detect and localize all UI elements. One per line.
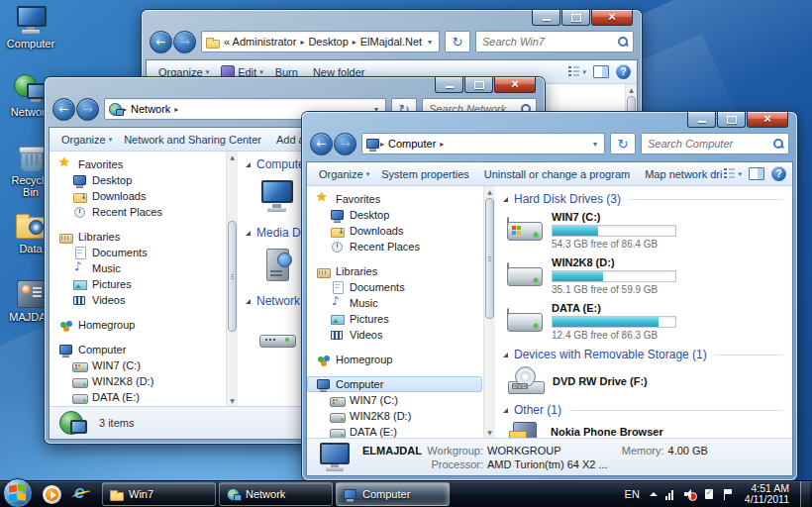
minimize-button[interactable] bbox=[687, 112, 716, 128]
nav-item[interactable]: Pictures bbox=[50, 276, 225, 292]
nav-item[interactable]: Libraries bbox=[307, 263, 482, 279]
preview-pane-button[interactable] bbox=[749, 167, 764, 180]
nav-item[interactable]: Homegroup bbox=[50, 317, 225, 333]
forward-button[interactable]: → bbox=[76, 98, 99, 121]
nav-item[interactable]: Libraries bbox=[50, 229, 225, 245]
close-button[interactable] bbox=[494, 77, 536, 93]
toolbar-item[interactable]: System properties bbox=[375, 164, 478, 183]
help-button[interactable] bbox=[616, 64, 631, 79]
nav-item[interactable]: WIN7 (C:) bbox=[50, 357, 225, 373]
toolbar-item[interactable]: Organize▾ bbox=[313, 164, 375, 183]
title-bar[interactable] bbox=[302, 112, 797, 132]
change-view-button[interactable]: ▾ bbox=[568, 66, 586, 77]
nav-item[interactable]: Homegroup bbox=[307, 352, 482, 367]
nav-item[interactable]: Favorites bbox=[50, 156, 225, 172]
group-header-hard-disk-drives[interactable]: Hard Disk Drives (3) bbox=[503, 192, 782, 206]
minimize-button[interactable] bbox=[532, 10, 560, 26]
breadcrumb-segment[interactable]: Desktop▸ bbox=[304, 36, 355, 48]
drive-item[interactable]: DATA (E:) 12.4 GB free of 86.3 GB bbox=[507, 302, 782, 341]
breadcrumb-segment[interactable]: « Administrator▸ bbox=[220, 36, 304, 48]
drive-item[interactable]: WIN7 (C:) 54.3 GB free of 86.4 GB bbox=[507, 211, 782, 250]
capacity-bar bbox=[552, 316, 676, 328]
maximize-button[interactable] bbox=[561, 10, 590, 26]
nav-item[interactable]: Desktop bbox=[50, 172, 225, 188]
volume-muted-icon[interactable] bbox=[684, 488, 696, 500]
network-signal-icon[interactable] bbox=[665, 488, 677, 500]
toolbar-item[interactable]: Uninstall or change a program bbox=[478, 164, 639, 183]
preview-pane-button[interactable] bbox=[593, 65, 609, 78]
breadcrumb-segment[interactable]: Computer bbox=[384, 138, 440, 150]
maximize-button[interactable] bbox=[464, 77, 493, 93]
refresh-button[interactable] bbox=[445, 31, 470, 52]
nav-item[interactable]: Recent Places bbox=[50, 204, 225, 220]
breadcrumb-dropdown-icon[interactable]: ▾ bbox=[589, 140, 601, 149]
nav-item[interactable]: Videos bbox=[307, 327, 482, 343]
nav-item[interactable]: Desktop bbox=[307, 207, 482, 223]
title-bar[interactable] bbox=[142, 10, 642, 30]
back-button[interactable]: ← bbox=[310, 133, 333, 155]
breadcrumb-dropdown-icon[interactable]: ▾ bbox=[424, 38, 436, 47]
nav-item[interactable]: Pictures bbox=[307, 311, 482, 327]
drive-item[interactable]: WIN2K8 (D:) 35.1 GB free of 59.9 GB bbox=[507, 256, 782, 295]
nav-item[interactable]: DATA (E:) bbox=[50, 389, 225, 405]
taskbar-window-button[interactable]: Network bbox=[219, 482, 333, 506]
toolbar-item[interactable]: Organize▾ bbox=[55, 130, 118, 149]
search-icon[interactable] bbox=[772, 138, 784, 150]
hidden-icons-chevron[interactable] bbox=[647, 488, 659, 500]
nav-item-label: Music bbox=[350, 297, 378, 309]
nav-item[interactable]: WIN2K8 (D:) bbox=[307, 408, 482, 424]
forward-button[interactable]: → bbox=[173, 31, 196, 53]
title-bar[interactable] bbox=[45, 77, 545, 97]
breadcrumb-segment[interactable]: Network bbox=[127, 103, 174, 115]
taskbar-window-button[interactable]: Win7 bbox=[102, 482, 216, 506]
breadcrumb[interactable]: « Administrator▸ Desktop▸ ElMajdal.Net▸ … bbox=[201, 31, 440, 52]
forward-button[interactable]: → bbox=[334, 133, 356, 155]
nav-item[interactable]: DATA (E:) bbox=[307, 424, 482, 438]
nav-item[interactable]: WIN7 (C:) bbox=[307, 392, 482, 408]
toolbar-item[interactable]: Network and Sharing Center bbox=[118, 130, 270, 149]
help-button[interactable] bbox=[771, 166, 786, 181]
action-center-icon[interactable] bbox=[722, 488, 734, 500]
toolbar-item[interactable]: Map network drive bbox=[639, 164, 722, 183]
maximize-button[interactable] bbox=[717, 112, 746, 128]
nav-item[interactable]: WIN2K8 (D:) bbox=[50, 373, 225, 389]
language-indicator[interactable]: EN bbox=[625, 488, 640, 500]
search-input[interactable] bbox=[646, 137, 772, 151]
nav-item[interactable]: Music bbox=[50, 260, 225, 276]
dvd-drive-item[interactable]: DVD RW Drive (F:) bbox=[507, 365, 782, 397]
search-icon[interactable] bbox=[617, 36, 629, 48]
task-button-icon bbox=[226, 487, 241, 502]
taskbar-window-button[interactable]: Computer bbox=[336, 482, 450, 506]
scrollbar[interactable]: ▲ ▼ bbox=[483, 186, 495, 438]
nav-item[interactable]: Music bbox=[307, 295, 482, 311]
nav-item[interactable]: Videos bbox=[50, 292, 225, 308]
nav-item[interactable]: Computer bbox=[50, 342, 225, 357]
breadcrumb[interactable]: ▸ Computer ▸ ▾ bbox=[361, 133, 605, 154]
desktop-icon[interactable]: Computer bbox=[2, 6, 59, 50]
back-button[interactable]: ← bbox=[52, 98, 75, 121]
show-desktop-button[interactable] bbox=[800, 481, 810, 507]
tray-date: 4/11/2011 bbox=[745, 494, 789, 505]
nav-item[interactable]: Favorites bbox=[307, 191, 482, 207]
search-input[interactable] bbox=[480, 35, 617, 49]
close-button[interactable] bbox=[591, 10, 633, 26]
change-view-button[interactable]: ▾ bbox=[724, 168, 742, 179]
breadcrumb-segment[interactable]: ElMajdal.Net▸ bbox=[356, 36, 424, 48]
nav-item[interactable]: Computer bbox=[307, 376, 482, 392]
nav-item[interactable]: Recent Places bbox=[307, 239, 482, 254]
close-button[interactable] bbox=[747, 112, 788, 128]
scrollbar[interactable]: ▲ ▼ bbox=[226, 152, 238, 406]
media-player-launcher[interactable] bbox=[37, 482, 66, 506]
refresh-button[interactable] bbox=[610, 133, 636, 154]
nokia-phone-browser-item[interactable]: Nokia Phone Browser System Folder bbox=[507, 421, 782, 438]
nav-item[interactable]: Downloads bbox=[307, 223, 482, 239]
group-header-other[interactable]: Other (1) bbox=[503, 403, 782, 417]
minimize-button[interactable] bbox=[435, 77, 463, 93]
clock[interactable]: 4:51 AM 4/11/2011 bbox=[745, 483, 789, 505]
start-button[interactable] bbox=[3, 478, 33, 507]
back-button[interactable]: ← bbox=[150, 31, 172, 53]
group-header-removable-storage[interactable]: Devices with Removable Storage (1) bbox=[503, 348, 782, 361]
internet-explorer-launcher[interactable] bbox=[66, 482, 96, 506]
nav-item[interactable]: Downloads bbox=[50, 188, 225, 204]
remove-hardware-icon[interactable] bbox=[703, 488, 715, 500]
